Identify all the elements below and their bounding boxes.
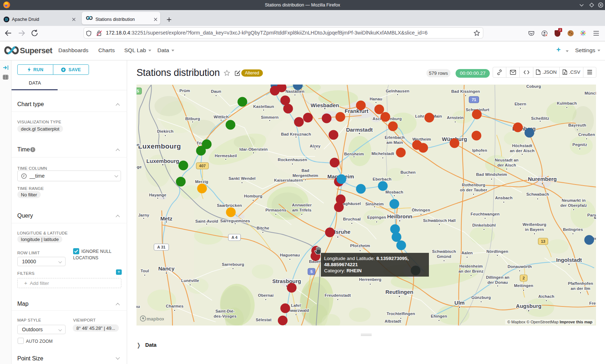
svg-text:A 4: A 4 — [232, 235, 238, 240]
svg-text:Meitingen: Meitingen — [514, 283, 533, 288]
svg-text:der Donau: der Donau — [488, 280, 508, 285]
svg-text:Schwäbisch Hall: Schwäbisch Hall — [423, 218, 456, 223]
svg-text:Lunéville: Lunéville — [181, 278, 199, 283]
svg-text:Schwäbisch: Schwäbisch — [432, 249, 456, 254]
svg-text:Ebern: Ebern — [515, 102, 526, 106]
svg-text:Hayange: Hayange — [149, 193, 166, 197]
svg-text:Iphofen: Iphofen — [472, 148, 487, 153]
svg-text:Heilbronn: Heilbronn — [387, 213, 412, 219]
svg-text:Ansbach: Ansbach — [495, 196, 512, 200]
svg-text:Hanau: Hanau — [369, 97, 382, 101]
svg-text:in Bayern: in Bayern — [525, 227, 544, 232]
svg-text:A 31: A 31 — [157, 245, 166, 249]
svg-text:Donauwörth: Donauwörth — [508, 264, 532, 269]
svg-text:der Oberpfalz: der Oberpfalz — [560, 203, 587, 208]
svg-text:Bad Windsheim: Bad Windsheim — [476, 172, 507, 177]
svg-text:Beilngries: Beilngries — [563, 227, 583, 232]
svg-text:an der Ilm: an der Ilm — [571, 286, 590, 291]
svg-text:407: 407 — [199, 164, 206, 168]
svg-text:am Trifels: am Trifels — [292, 208, 312, 212]
svg-text:Strasbourg: Strasbourg — [272, 278, 301, 284]
svg-text:Coburg: Coburg — [526, 85, 541, 88]
svg-text:Freis: Freis — [589, 301, 596, 305]
svg-text:Creußen: Creußen — [578, 132, 595, 137]
svg-text:Obernai: Obernai — [258, 293, 273, 297]
svg-text:Nastätten: Nastätten — [286, 89, 304, 94]
svg-text:Annweiler: Annweiler — [292, 203, 312, 207]
svg-text:2: 2 — [523, 276, 525, 280]
svg-text:Ingolstadt: Ingolstadt — [556, 257, 582, 263]
svg-text:Weißenburg: Weißenburg — [523, 222, 546, 227]
svg-text:Daun: Daun — [211, 89, 221, 94]
svg-text:Pirmasens: Pirmasens — [265, 208, 286, 212]
svg-text:Bayreuth: Bayreuth — [568, 123, 586, 127]
svg-text:Darmstadt: Darmstadt — [346, 127, 373, 133]
svg-text:Rockenhausen: Rockenhausen — [278, 158, 307, 162]
svg-text:Mergentheim: Mergentheim — [292, 173, 318, 178]
svg-text:Dillingen an: Dillingen an — [486, 275, 509, 279]
svg-text:Günzburg: Günzburg — [471, 295, 491, 300]
svg-text:Feuchtwangen: Feuchtwangen — [471, 212, 499, 216]
svg-text:Reutlingen: Reutlingen — [385, 289, 413, 295]
svg-text:Buchen: Buchen — [400, 170, 416, 174]
svg-text:Neumarkt in: Neumarkt in — [562, 198, 586, 203]
svg-text:Idar-Oberstein: Idar-Oberstein — [239, 147, 268, 151]
svg-text:Kulmbach: Kulmbach — [557, 101, 577, 105]
svg-text:Albstadt: Albstadt — [385, 319, 401, 323]
svg-text:Bitche: Bitche — [256, 226, 269, 230]
svg-text:Sarreguemines: Sarreguemines — [220, 219, 250, 223]
svg-text:Prüm: Prüm — [179, 88, 190, 93]
svg-text:Saint-Dié-: Saint-Dié- — [215, 309, 235, 313]
svg-text:Saint-Avold: Saint-Avold — [195, 219, 218, 223]
svg-text:Nördlingen: Nördlingen — [487, 249, 508, 254]
svg-text:Pegnitz: Pegnitz — [573, 142, 587, 147]
svg-text:Erlenbach: Erlenbach — [385, 135, 405, 140]
svg-text:Bitburg: Bitburg — [185, 117, 200, 121]
svg-text:Saarbrücken: Saarbrücken — [217, 203, 242, 208]
svg-text:Nancy: Nancy — [158, 265, 175, 272]
svg-text:5: 5 — [310, 269, 313, 274]
svg-text:Ehingen: Ehingen — [431, 314, 447, 318]
svg-text:Wiesbaden: Wiesbaden — [310, 102, 339, 108]
svg-text:Gmünd: Gmünd — [437, 254, 451, 259]
svg-text:an der Aisch: an der Aisch — [510, 149, 535, 153]
svg-text:Eberbach: Eberbach — [373, 177, 391, 181]
svg-text:Haguenau: Haguenau — [280, 253, 300, 257]
svg-text:des-Vosges: des-Vosges — [214, 314, 237, 318]
svg-text:Aichach: Aichach — [538, 294, 555, 299]
svg-text:Michelstadt: Michelstadt — [371, 151, 394, 156]
svg-text:Kaiserslautern: Kaiserslautern — [274, 178, 303, 182]
svg-text:mapbox: mapbox — [147, 316, 164, 322]
svg-text:Eppingen: Eppingen — [367, 215, 386, 219]
svg-text:Merzig: Merzig — [195, 179, 208, 184]
svg-text:Heidenheim: Heidenheim — [459, 264, 483, 268]
svg-text:Pforzheim: Pforzheim — [350, 244, 370, 248]
svg-text:Schwabach: Schwabach — [526, 192, 549, 196]
svg-text:Wittlich: Wittlich — [214, 115, 229, 119]
svg-text:au: au — [136, 304, 140, 309]
svg-text:ne: ne — [136, 142, 139, 147]
svg-text:Trochtelfingen: Trochtelfingen — [386, 311, 415, 316]
svg-text:Bad: Bad — [301, 168, 309, 173]
svg-text:Simmern: Simmern — [261, 115, 278, 119]
svg-text:Luxembourg: Luxembourg — [138, 142, 181, 150]
svg-text:13: 13 — [541, 239, 545, 244]
svg-text:5: 5 — [137, 89, 139, 93]
svg-text:Sarrebourg: Sarrebourg — [222, 262, 244, 267]
svg-text:Neustadt an: Neustadt an — [495, 158, 519, 162]
svg-text:Toul: Toul — [140, 269, 149, 273]
svg-text:Bruchsal: Bruchsal — [343, 217, 360, 221]
svg-text:Homburg: Homburg — [244, 194, 263, 198]
svg-text:an der Brenz: an der Brenz — [458, 269, 484, 273]
svg-text:Rothenburg: Rothenburg — [462, 183, 485, 187]
svg-text:71: 71 — [472, 97, 476, 102]
svg-text:ange: ange — [136, 165, 142, 169]
svg-text:Öhringen: Öhringen — [412, 208, 430, 212]
svg-text:Pfaffenhofen: Pfaffenhofen — [568, 281, 593, 286]
svg-text:Gelnhausen: Gelnhausen — [386, 89, 409, 93]
svg-text:Hermeskeil: Hermeskeil — [215, 154, 237, 158]
svg-text:Metz: Metz — [160, 215, 172, 222]
svg-text:Luxembourg: Luxembourg — [147, 158, 179, 164]
svg-text:Ulm: Ulm — [454, 300, 465, 306]
svg-text:Jarny: Jarny — [138, 213, 149, 217]
